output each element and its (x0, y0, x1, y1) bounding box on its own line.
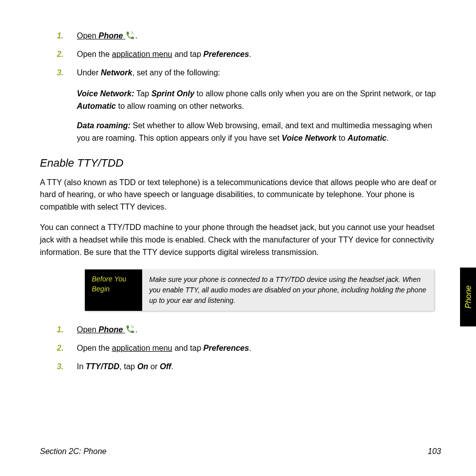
section-heading: Enable TTY/TDD (40, 157, 439, 170)
footer-section: Section 2C: Phone (40, 447, 106, 456)
tty-para-1: A TTY (also known as TDD or text telepho… (40, 177, 439, 214)
steps-list-1: Open Phone . Open the application menu a… (65, 30, 439, 79)
step-3: Under Network, set any of the following: (65, 67, 439, 79)
side-tab-phone: Phone (460, 267, 476, 326)
steps-list-2: Open Phone . Open the application menu a… (65, 324, 439, 373)
footer-page-number: 103 (428, 447, 441, 456)
step-3b: In TTY/TDD, tap On or Off. (65, 361, 439, 373)
step-1b: Open Phone . (65, 324, 439, 336)
step-1: Open Phone . (65, 30, 439, 42)
step-text: Open Phone (77, 325, 135, 334)
note-title: Before You Begin (85, 269, 142, 311)
tty-para-2: You can connect a TTY/TDD machine to you… (40, 222, 439, 258)
page-content: Open Phone . Open the application menu a… (40, 30, 439, 373)
note-body: Make sure your phone is connected to a T… (142, 269, 434, 311)
phone-icon (125, 30, 135, 40)
phone-icon (125, 324, 135, 334)
step-2: Open the application menu and tap Prefer… (65, 48, 439, 61)
step-text: Open Phone (77, 31, 135, 40)
step-2b: Open the application menu and tap Prefer… (65, 342, 439, 355)
voice-network-para: Voice Network: Tap Sprint Only to allow … (77, 88, 439, 113)
data-roaming-para: Data roaming: Set whether to allow Web b… (77, 120, 439, 145)
before-you-begin-note: Before You Begin Make sure your phone is… (85, 269, 434, 311)
page-footer: Section 2C: Phone 103 (40, 447, 441, 456)
